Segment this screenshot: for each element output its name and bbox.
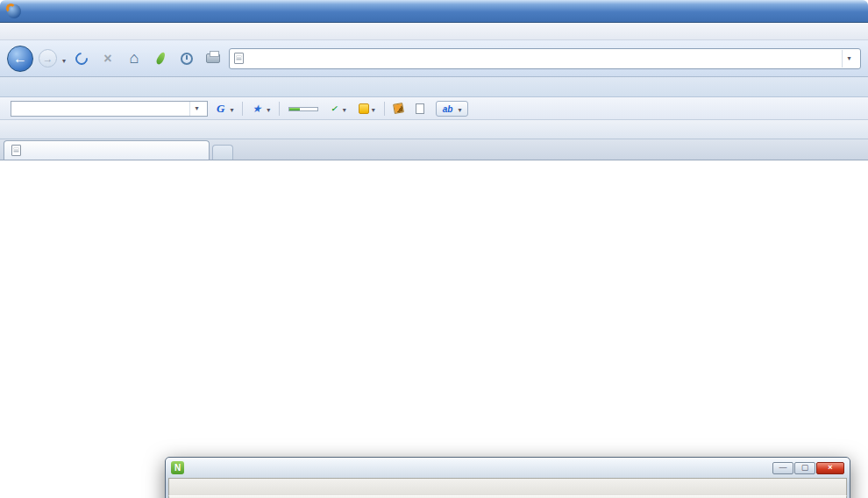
pagerank-bar [288, 107, 318, 111]
clock-icon [181, 53, 193, 65]
bookmarks-bar [0, 77, 868, 97]
firefox-icon [7, 4, 21, 18]
pencil-icon [393, 103, 404, 114]
notepadpp-window[interactable]: — ▢ × [165, 457, 850, 498]
page-content: — ▢ × [0, 160, 868, 498]
printer-icon [206, 53, 220, 63]
print-button[interactable] [203, 47, 224, 70]
navigation-toolbar: ← → × ⌂ [0, 40, 868, 77]
home-button[interactable]: ⌂ [124, 47, 145, 70]
minimize-button[interactable]: — [772, 462, 793, 474]
maximize-button[interactable]: ▢ [794, 462, 815, 474]
webdev-toolbar [0, 120, 868, 139]
google-bookmarks-button[interactable]: ★ [248, 101, 274, 117]
page-favicon [234, 53, 244, 64]
google-toolbar: ★ [0, 97, 868, 120]
search-dropdown-arrow-icon[interactable] [189, 102, 203, 116]
reload-icon [73, 50, 90, 68]
forward-button[interactable]: → [39, 49, 57, 68]
window-controls: — ▢ × [772, 462, 844, 474]
separator [279, 102, 280, 116]
google-g-icon [217, 102, 224, 116]
reload-button[interactable] [71, 47, 92, 70]
feather-addon-button[interactable] [150, 47, 171, 70]
new-tab-button[interactable] [212, 145, 233, 160]
autofill-button[interactable] [390, 102, 407, 115]
dropdown-arrow-icon[interactable] [343, 103, 346, 114]
dropdown-arrow-icon[interactable] [372, 103, 375, 114]
npp-menubar-items [168, 478, 847, 495]
dropdown-arrow-icon[interactable] [458, 103, 461, 114]
note-icon [416, 103, 424, 114]
google-search-button[interactable] [213, 100, 237, 117]
close-button[interactable]: × [816, 462, 844, 474]
spellcheck-button[interactable] [327, 102, 350, 116]
google-search-input[interactable] [11, 101, 208, 117]
url-bar[interactable] [229, 48, 861, 69]
history-dropdown-arrow-icon[interactable] [62, 51, 66, 67]
translate-button[interactable] [436, 101, 469, 117]
tab-bar [0, 139, 868, 160]
firefox-titlebar [0, 0, 868, 23]
history-clock-button[interactable] [176, 47, 197, 70]
firefox-menubar [0, 23, 868, 40]
back-button[interactable]: ← [7, 46, 33, 72]
browser-tab[interactable] [4, 140, 210, 160]
dropdown-arrow-icon[interactable] [267, 103, 270, 114]
tab-favicon [11, 145, 21, 156]
notepadpp-icon [171, 461, 184, 474]
url-dropdown-arrow-icon[interactable] [842, 50, 856, 68]
star-icon: ★ [252, 103, 261, 115]
feather-icon [154, 51, 166, 66]
pagerank-widget[interactable] [285, 103, 322, 113]
separator [242, 102, 243, 116]
highlight-button[interactable] [355, 102, 379, 116]
dropdown-arrow-icon[interactable] [230, 103, 233, 114]
translate-icon [443, 103, 453, 114]
marker-icon [359, 103, 369, 114]
separator [384, 102, 385, 116]
notepadpp-titlebar[interactable]: — ▢ × [168, 458, 847, 478]
stop-button[interactable]: × [97, 47, 118, 70]
counter-button[interactable] [412, 102, 430, 116]
spellcheck-abc-icon [331, 104, 338, 113]
